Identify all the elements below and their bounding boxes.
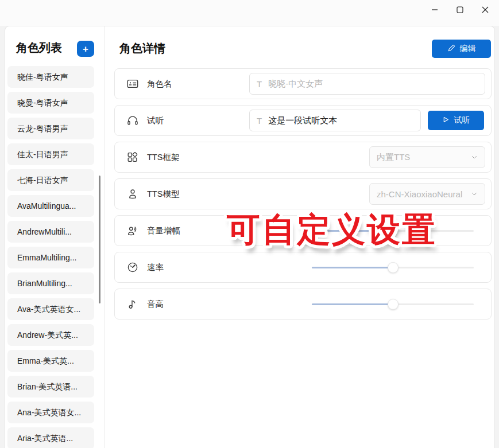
role-list-item[interactable]: 云龙-粤语男声: [7, 118, 94, 139]
person-icon: [126, 188, 139, 200]
edit-button-label: 编辑: [460, 44, 476, 54]
window-controls: [422, 0, 498, 20]
role-list: 晓佳-粤语女声 晓曼-粤语女声 云龙-粤语男声 佳太-日语男声 七海-日语女声 …: [7, 66, 94, 448]
field-label: TTS框架: [147, 152, 179, 163]
tts-model-value: zh-CN-XiaoxiaoNeural: [377, 189, 462, 199]
tts-framework-value: 内置TTS: [377, 152, 410, 163]
field-cards: 角色名 T 晓晓-中文女声 试听: [114, 68, 492, 325]
slider-thumb[interactable]: [388, 299, 399, 310]
app-grid-icon: [126, 151, 139, 163]
pitch-slider[interactable]: [312, 298, 474, 310]
preview-play-button[interactable]: 试听: [428, 111, 484, 130]
field-label: 音量增幅: [147, 225, 180, 236]
field-label: 音高: [147, 299, 164, 310]
close-icon: [482, 6, 489, 13]
sidebar-scrollbar[interactable]: [99, 176, 100, 303]
role-list-item[interactable]: BrianMultiling...: [7, 272, 94, 294]
role-list-item[interactable]: Ana-美式英语女...: [7, 402, 94, 423]
preview-button-label: 试听: [454, 115, 470, 126]
close-button[interactable]: [473, 0, 498, 20]
tts-framework-select[interactable]: 内置TTS: [369, 146, 485, 168]
role-list-item[interactable]: Andrew-美式英...: [7, 324, 94, 346]
headphones-icon: [126, 114, 139, 127]
field-label: 速率: [147, 262, 164, 273]
sidebar-title: 角色列表: [16, 40, 62, 56]
role-list-item[interactable]: Emma-美式英...: [7, 350, 94, 372]
person-voice-icon: [126, 224, 139, 237]
role-list-item[interactable]: Ava-美式英语女...: [7, 298, 94, 320]
preview-text-input[interactable]: T 这是一段试听文本: [249, 110, 421, 131]
field-label: TTS模型: [147, 189, 179, 200]
field-role-name: 角色名 T 晓晓-中文女声: [114, 68, 492, 99]
minimize-button[interactable]: [422, 0, 447, 20]
field-pitch: 音高: [114, 289, 492, 320]
role-list-item[interactable]: Brian-美式英语...: [7, 376, 94, 398]
detail-pane: 角色详情 编辑 角色名 T: [105, 26, 496, 448]
play-icon: [442, 116, 450, 125]
minimize-icon: [431, 6, 438, 13]
page-title: 角色详情: [119, 41, 165, 56]
add-role-button[interactable]: +: [77, 41, 94, 57]
field-rate: 速率: [114, 252, 492, 283]
field-tts-framework: TTS框架 内置TTS: [114, 142, 492, 173]
maximize-icon: [457, 6, 463, 13]
text-prefix-icon: T: [257, 116, 262, 126]
tts-model-select[interactable]: zh-CN-XiaoxiaoNeural: [369, 183, 485, 205]
sidebar: 角色列表 + 晓佳-粤语女声 晓曼-粤语女声 云龙-粤语男声 佳太-日语男声 七…: [5, 26, 105, 448]
chevron-down-icon: [471, 189, 478, 199]
preview-text-value: 这是一段试听文本: [268, 115, 337, 126]
maximize-button[interactable]: [447, 0, 473, 20]
speedometer-icon: [126, 261, 139, 274]
role-list-item[interactable]: 七海-日语女声: [7, 169, 94, 191]
slider-fill: [312, 267, 393, 268]
role-name-placeholder: 晓晓-中文女声: [268, 79, 323, 89]
role-list-item[interactable]: 佳太-日语男声: [7, 143, 94, 165]
window-titlebar: [0, 0, 499, 26]
slider-fill: [312, 303, 393, 305]
role-list-item[interactable]: 晓佳-粤语女声: [7, 66, 94, 88]
field-preview: 试听 T 这是一段试听文本 试听: [114, 105, 492, 136]
text-prefix-icon: T: [257, 79, 262, 89]
slider-thumb[interactable]: [388, 262, 399, 273]
content-panel: 角色列表 + 晓佳-粤语女声 晓曼-粤语女声 云龙-粤语男声 佳太-日语男声 七…: [5, 26, 495, 448]
role-list-item[interactable]: Aria-美式英语...: [7, 427, 94, 448]
field-label: 试听: [147, 115, 164, 126]
id-card-icon: [126, 77, 139, 90]
pencil-icon: [447, 44, 455, 54]
role-list-item[interactable]: 晓曼-粤语女声: [7, 92, 94, 114]
role-list-item[interactable]: AndrewMultili...: [7, 221, 94, 243]
rate-slider[interactable]: [312, 262, 474, 273]
music-note-icon: [126, 298, 139, 310]
role-list-item[interactable]: EmmaMultiling...: [7, 247, 94, 268]
edit-button[interactable]: 编辑: [432, 40, 491, 58]
annotation-overlay-text: 可自定义设置: [227, 208, 437, 252]
role-list-item[interactable]: AvaMultilingua...: [7, 195, 94, 217]
field-label: 角色名: [147, 79, 172, 89]
field-tts-model: TTS模型 zh-CN-XiaoxiaoNeural: [114, 178, 492, 209]
role-name-input[interactable]: T 晓晓-中文女声: [249, 73, 485, 95]
chevron-down-icon: [471, 153, 478, 162]
